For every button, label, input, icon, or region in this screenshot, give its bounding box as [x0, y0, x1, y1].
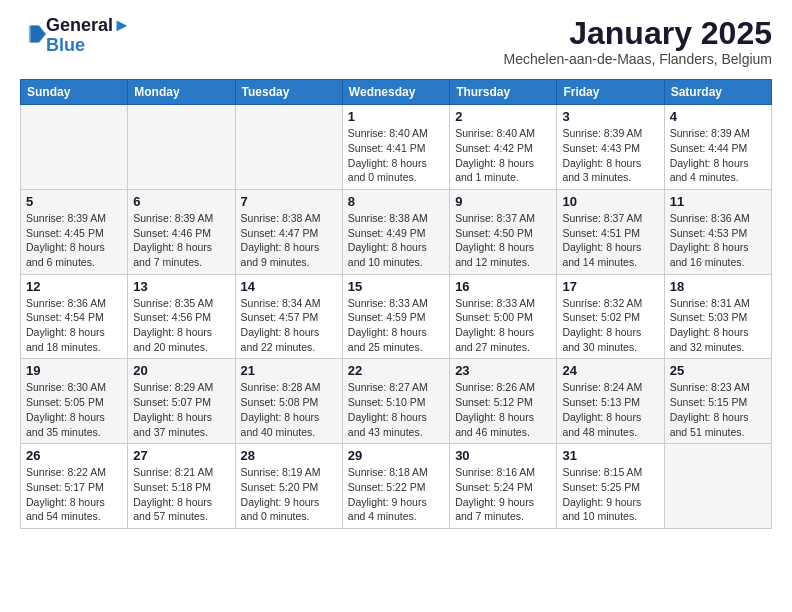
day-number: 3 — [562, 109, 658, 124]
calendar-cell: 20Sunrise: 8:29 AM Sunset: 5:07 PM Dayli… — [128, 359, 235, 444]
title-block: January 2025 Mechelen-aan-de-Maas, Fland… — [504, 16, 772, 67]
week-row-4: 19Sunrise: 8:30 AM Sunset: 5:05 PM Dayli… — [21, 359, 772, 444]
day-info: Sunrise: 8:36 AM Sunset: 4:54 PM Dayligh… — [26, 296, 122, 355]
calendar-cell: 8Sunrise: 8:38 AM Sunset: 4:49 PM Daylig… — [342, 189, 449, 274]
day-number: 17 — [562, 279, 658, 294]
calendar-cell: 12Sunrise: 8:36 AM Sunset: 4:54 PM Dayli… — [21, 274, 128, 359]
day-info: Sunrise: 8:40 AM Sunset: 4:42 PM Dayligh… — [455, 126, 551, 185]
day-info: Sunrise: 8:36 AM Sunset: 4:53 PM Dayligh… — [670, 211, 766, 270]
calendar-cell: 11Sunrise: 8:36 AM Sunset: 4:53 PM Dayli… — [664, 189, 771, 274]
calendar-cell: 23Sunrise: 8:26 AM Sunset: 5:12 PM Dayli… — [450, 359, 557, 444]
calendar-cell: 16Sunrise: 8:33 AM Sunset: 5:00 PM Dayli… — [450, 274, 557, 359]
svg-marker-1 — [29, 25, 44, 42]
day-info: Sunrise: 8:27 AM Sunset: 5:10 PM Dayligh… — [348, 380, 444, 439]
logo-icon — [22, 22, 46, 46]
calendar-cell: 7Sunrise: 8:38 AM Sunset: 4:47 PM Daylig… — [235, 189, 342, 274]
day-info: Sunrise: 8:30 AM Sunset: 5:05 PM Dayligh… — [26, 380, 122, 439]
day-number: 25 — [670, 363, 766, 378]
logo: General► Blue — [20, 16, 131, 56]
day-number: 13 — [133, 279, 229, 294]
day-info: Sunrise: 8:28 AM Sunset: 5:08 PM Dayligh… — [241, 380, 337, 439]
calendar-subtitle: Mechelen-aan-de-Maas, Flanders, Belgium — [504, 51, 772, 67]
day-info: Sunrise: 8:23 AM Sunset: 5:15 PM Dayligh… — [670, 380, 766, 439]
calendar-cell: 21Sunrise: 8:28 AM Sunset: 5:08 PM Dayli… — [235, 359, 342, 444]
calendar-cell: 15Sunrise: 8:33 AM Sunset: 4:59 PM Dayli… — [342, 274, 449, 359]
calendar-title: January 2025 — [504, 16, 772, 51]
calendar-cell: 19Sunrise: 8:30 AM Sunset: 5:05 PM Dayli… — [21, 359, 128, 444]
day-number: 18 — [670, 279, 766, 294]
calendar-cell — [128, 105, 235, 190]
calendar-cell: 10Sunrise: 8:37 AM Sunset: 4:51 PM Dayli… — [557, 189, 664, 274]
day-info: Sunrise: 8:24 AM Sunset: 5:13 PM Dayligh… — [562, 380, 658, 439]
page: General► Blue January 2025 Mechelen-aan-… — [0, 0, 792, 545]
day-info: Sunrise: 8:15 AM Sunset: 5:25 PM Dayligh… — [562, 465, 658, 524]
day-info: Sunrise: 8:38 AM Sunset: 4:47 PM Dayligh… — [241, 211, 337, 270]
col-header-saturday: Saturday — [664, 80, 771, 105]
calendar-cell: 4Sunrise: 8:39 AM Sunset: 4:44 PM Daylig… — [664, 105, 771, 190]
day-number: 20 — [133, 363, 229, 378]
day-number: 14 — [241, 279, 337, 294]
day-number: 1 — [348, 109, 444, 124]
day-info: Sunrise: 8:19 AM Sunset: 5:20 PM Dayligh… — [241, 465, 337, 524]
day-info: Sunrise: 8:37 AM Sunset: 4:51 PM Dayligh… — [562, 211, 658, 270]
calendar-cell: 3Sunrise: 8:39 AM Sunset: 4:43 PM Daylig… — [557, 105, 664, 190]
day-info: Sunrise: 8:37 AM Sunset: 4:50 PM Dayligh… — [455, 211, 551, 270]
day-number: 24 — [562, 363, 658, 378]
day-info: Sunrise: 8:26 AM Sunset: 5:12 PM Dayligh… — [455, 380, 551, 439]
day-number: 2 — [455, 109, 551, 124]
day-number: 19 — [26, 363, 122, 378]
day-number: 26 — [26, 448, 122, 463]
day-info: Sunrise: 8:39 AM Sunset: 4:45 PM Dayligh… — [26, 211, 122, 270]
day-info: Sunrise: 8:32 AM Sunset: 5:02 PM Dayligh… — [562, 296, 658, 355]
calendar-cell: 5Sunrise: 8:39 AM Sunset: 4:45 PM Daylig… — [21, 189, 128, 274]
day-info: Sunrise: 8:39 AM Sunset: 4:43 PM Dayligh… — [562, 126, 658, 185]
day-info: Sunrise: 8:40 AM Sunset: 4:41 PM Dayligh… — [348, 126, 444, 185]
day-info: Sunrise: 8:34 AM Sunset: 4:57 PM Dayligh… — [241, 296, 337, 355]
calendar-cell — [664, 444, 771, 529]
logo-text: General► Blue — [46, 16, 131, 56]
col-header-thursday: Thursday — [450, 80, 557, 105]
calendar-cell — [235, 105, 342, 190]
day-number: 21 — [241, 363, 337, 378]
day-number: 9 — [455, 194, 551, 209]
day-info: Sunrise: 8:33 AM Sunset: 5:00 PM Dayligh… — [455, 296, 551, 355]
calendar-cell: 30Sunrise: 8:16 AM Sunset: 5:24 PM Dayli… — [450, 444, 557, 529]
calendar-cell: 18Sunrise: 8:31 AM Sunset: 5:03 PM Dayli… — [664, 274, 771, 359]
day-number: 12 — [26, 279, 122, 294]
calendar-cell: 1Sunrise: 8:40 AM Sunset: 4:41 PM Daylig… — [342, 105, 449, 190]
day-number: 6 — [133, 194, 229, 209]
calendar-cell: 24Sunrise: 8:24 AM Sunset: 5:13 PM Dayli… — [557, 359, 664, 444]
calendar-cell: 6Sunrise: 8:39 AM Sunset: 4:46 PM Daylig… — [128, 189, 235, 274]
day-number: 16 — [455, 279, 551, 294]
calendar-table: SundayMondayTuesdayWednesdayThursdayFrid… — [20, 79, 772, 529]
col-header-monday: Monday — [128, 80, 235, 105]
day-number: 4 — [670, 109, 766, 124]
day-number: 30 — [455, 448, 551, 463]
calendar-cell: 25Sunrise: 8:23 AM Sunset: 5:15 PM Dayli… — [664, 359, 771, 444]
week-row-1: 1Sunrise: 8:40 AM Sunset: 4:41 PM Daylig… — [21, 105, 772, 190]
calendar-cell: 29Sunrise: 8:18 AM Sunset: 5:22 PM Dayli… — [342, 444, 449, 529]
header: General► Blue January 2025 Mechelen-aan-… — [20, 16, 772, 67]
day-number: 23 — [455, 363, 551, 378]
day-number: 28 — [241, 448, 337, 463]
day-number: 7 — [241, 194, 337, 209]
week-row-2: 5Sunrise: 8:39 AM Sunset: 4:45 PM Daylig… — [21, 189, 772, 274]
day-number: 11 — [670, 194, 766, 209]
day-info: Sunrise: 8:22 AM Sunset: 5:17 PM Dayligh… — [26, 465, 122, 524]
day-info: Sunrise: 8:33 AM Sunset: 4:59 PM Dayligh… — [348, 296, 444, 355]
calendar-cell: 17Sunrise: 8:32 AM Sunset: 5:02 PM Dayli… — [557, 274, 664, 359]
day-number: 22 — [348, 363, 444, 378]
day-info: Sunrise: 8:39 AM Sunset: 4:44 PM Dayligh… — [670, 126, 766, 185]
calendar-cell: 2Sunrise: 8:40 AM Sunset: 4:42 PM Daylig… — [450, 105, 557, 190]
col-header-tuesday: Tuesday — [235, 80, 342, 105]
col-header-wednesday: Wednesday — [342, 80, 449, 105]
day-number: 8 — [348, 194, 444, 209]
calendar-cell: 13Sunrise: 8:35 AM Sunset: 4:56 PM Dayli… — [128, 274, 235, 359]
day-number: 27 — [133, 448, 229, 463]
calendar-cell — [21, 105, 128, 190]
calendar-cell: 27Sunrise: 8:21 AM Sunset: 5:18 PM Dayli… — [128, 444, 235, 529]
day-info: Sunrise: 8:21 AM Sunset: 5:18 PM Dayligh… — [133, 465, 229, 524]
calendar-cell: 9Sunrise: 8:37 AM Sunset: 4:50 PM Daylig… — [450, 189, 557, 274]
day-number: 29 — [348, 448, 444, 463]
day-number: 31 — [562, 448, 658, 463]
